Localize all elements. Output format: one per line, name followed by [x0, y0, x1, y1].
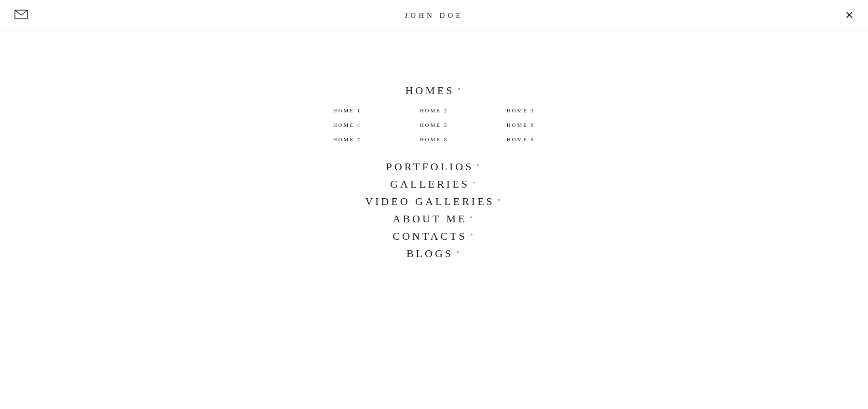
contacts-chevron: ˅ — [470, 233, 475, 241]
home-5[interactable]: HOME 5 — [391, 122, 477, 128]
homes-label: HOMES — [405, 84, 454, 97]
home-3[interactable]: HOME 3 — [477, 108, 564, 113]
video-galleries-chevron: ˅ — [498, 199, 503, 206]
contacts-label: CONTACTS — [393, 230, 467, 243]
portfolios-label: PORTFOLIOS — [386, 161, 474, 173]
home-4[interactable]: HOME 4 — [304, 122, 391, 128]
home-1[interactable]: HOME 1 — [304, 108, 391, 113]
blogs-label: BLOGS — [407, 247, 453, 260]
about-me-label: ABOUT ME — [393, 213, 467, 225]
nav-items-list: PORTFOLIOS ˅ GALLERIES ˅ VIDEO GALLERIES… — [365, 161, 503, 260]
homes-grid: HOME 1 HOME 2 HOME 3 HOME 4 HOME 5 HOME … — [304, 108, 564, 142]
nav-item-video-galleries[interactable]: VIDEO GALLERIES ˅ — [365, 195, 503, 208]
home-9[interactable]: HOME 9 — [477, 136, 564, 142]
portfolios-chevron: ˅ — [476, 164, 482, 171]
nav-item-about-me[interactable]: ABOUT ME ˅ — [393, 213, 475, 225]
nav-item-portfolios[interactable]: PORTFOLIOS ˅ — [386, 161, 482, 173]
nav-item-contacts[interactable]: CONTACTS ˅ — [393, 230, 475, 243]
site-title: JOHN DOE — [405, 12, 463, 20]
home-6[interactable]: HOME 6 — [477, 122, 564, 128]
mail-icon[interactable] — [14, 10, 28, 21]
galleries-label: GALLERIES — [390, 178, 470, 191]
homes-chevron: ˅ — [458, 88, 463, 95]
close-icon[interactable]: ✕ — [845, 10, 854, 21]
home-8[interactable]: HOME 8 — [391, 136, 477, 142]
home-7[interactable]: HOME 7 — [304, 136, 391, 142]
homes-menu: HOMES ˅ HOME 1 HOME 2 HOME 3 HOME 4 HOME… — [304, 84, 564, 145]
header: JOHN DOE ✕ — [0, 0, 868, 31]
about-me-chevron: ˅ — [470, 216, 475, 223]
galleries-chevron: ˅ — [473, 181, 478, 189]
nav-item-homes[interactable]: HOMES ˅ — [405, 84, 462, 97]
nav-container: HOMES ˅ HOME 1 HOME 2 HOME 3 HOME 4 HOME… — [0, 31, 868, 260]
nav-item-blogs[interactable]: BLOGS ˅ — [407, 247, 461, 260]
video-galleries-label: VIDEO GALLERIES — [365, 195, 495, 208]
nav-item-galleries[interactable]: GALLERIES ˅ — [390, 178, 478, 191]
blogs-chevron: ˅ — [456, 251, 461, 258]
home-2[interactable]: HOME 2 — [391, 108, 477, 113]
